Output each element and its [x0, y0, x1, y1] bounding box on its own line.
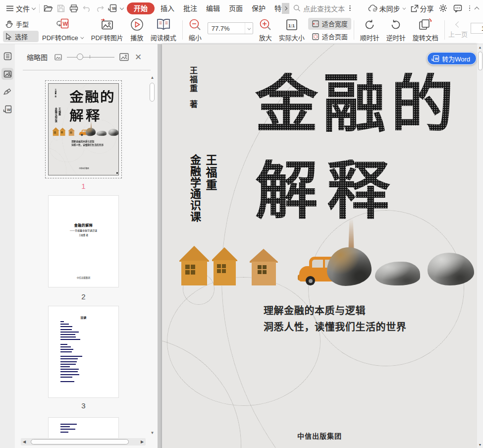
undo-icon[interactable]	[82, 3, 92, 14]
zoom-level-value: 77.7%	[208, 25, 245, 32]
dotted-circle-decoration	[308, 210, 464, 366]
search-more-icon[interactable]	[349, 5, 351, 11]
share-button[interactable]: 分享	[411, 3, 434, 13]
collapse-ribbon-icon[interactable]	[475, 6, 480, 11]
cover-publisher: 中信出版集团	[162, 431, 477, 441]
house-illustration	[53, 127, 59, 136]
fit-width-button[interactable]: 适合宽度	[308, 18, 351, 30]
house-illustration	[179, 246, 209, 285]
pdf-to-image-button[interactable]: PDF转图片	[88, 17, 127, 43]
pdf-to-office-button[interactable]: W PDF转Office	[39, 17, 88, 43]
cover-tagline-2: 洞悉人性，读懂我们生活的世界	[264, 319, 406, 334]
thumbnail-page-2[interactable]: 金融的解释 ——王福重金融学通识课 王福重 著 中信出版集团	[48, 195, 119, 287]
convert-word-icon: W	[431, 55, 439, 62]
content-vertical-scrollbar[interactable]: ▲ ▼	[477, 44, 483, 448]
panel-vertical-scrollbar[interactable]: ▲ ▼	[149, 75, 156, 436]
scroll-left-arrow: ◀	[21, 438, 28, 446]
rotate-counterclockwise-button[interactable]: 逆时针	[383, 17, 409, 43]
house-illustration	[250, 249, 278, 285]
tab-page[interactable]: 页面	[224, 2, 247, 14]
page-number-input[interactable]: 1	[471, 23, 483, 34]
svg-text:W: W	[7, 108, 11, 112]
settings-gear-icon[interactable]	[438, 3, 448, 14]
quickbar-dropdown-icon[interactable]	[119, 6, 124, 10]
annotate-pen-icon[interactable]	[1, 86, 13, 98]
cloud-sync-icon	[368, 4, 378, 12]
pdf-to-office-icon: W	[55, 18, 70, 31]
cover-corner-mark	[116, 172, 118, 174]
prev-page-chevron-icon	[454, 21, 461, 28]
hand-icon	[5, 20, 13, 28]
close-panel-icon[interactable]: ✕	[135, 52, 142, 62]
select-tool-button[interactable]: 选择	[3, 31, 39, 42]
export-word-side-icon[interactable]: W	[1, 104, 13, 115]
cover-publisher: 中信出版集团	[49, 168, 119, 169]
svg-text:W: W	[435, 56, 438, 60]
cover-tagline-1: 理解金融的本质与逻辑	[71, 140, 94, 143]
actual-size-button[interactable]: 1:1 实际大小	[275, 17, 308, 43]
share-icon	[411, 4, 419, 12]
pdf-to-image-icon	[100, 18, 114, 31]
rotate-document-button[interactable]: 旋转文档	[409, 17, 442, 43]
sync-status[interactable]: 未同步	[368, 3, 406, 13]
play-button[interactable]: 播放	[127, 17, 147, 43]
zoom-level-combobox[interactable]: 77.7%	[208, 22, 253, 34]
side-tool-strip: W	[0, 44, 15, 448]
zoom-dropdown-icon[interactable]	[245, 23, 253, 34]
play-icon	[130, 18, 144, 31]
dotted-circle-decoration	[81, 119, 116, 153]
thumb-smaller-icon[interactable]	[54, 54, 62, 60]
tab-insert[interactable]: 插入	[156, 2, 179, 14]
rotate-clockwise-button[interactable]: 顺时针	[357, 17, 383, 43]
export-word-icon[interactable]: W	[107, 3, 117, 14]
scroll-up-arrow: ▲	[149, 75, 156, 81]
thumb-larger-icon[interactable]	[119, 53, 129, 61]
save-icon[interactable]	[56, 3, 66, 14]
tab-edit[interactable]: 编辑	[202, 2, 224, 14]
cover-title-line1: 金融的	[255, 73, 459, 136]
cursor-icon	[5, 33, 12, 40]
thumb-size-slider[interactable]	[67, 54, 114, 60]
thumbnail-panel-icon[interactable]	[1, 68, 13, 80]
more-options-icon[interactable]	[469, 5, 471, 11]
tab-protect[interactable]: 保护	[247, 2, 270, 14]
scroll-down-arrow: ▼	[149, 430, 156, 436]
outline-panel-icon[interactable]	[1, 50, 13, 62]
tabs-overflow-chevron[interactable]	[282, 3, 289, 14]
tab-home[interactable]: 开始	[127, 2, 155, 14]
feedback-comment-icon[interactable]	[453, 3, 463, 14]
fit-page-button[interactable]: 适合页面	[308, 31, 351, 43]
print-icon[interactable]	[69, 3, 79, 14]
fit-page-icon	[312, 33, 320, 41]
file-menu[interactable]: 文件	[16, 3, 36, 13]
open-file-icon[interactable]	[43, 3, 53, 14]
menu-bar: 文件 W 开始 插入 批注	[0, 0, 483, 16]
hamburger-menu-icon[interactable]	[5, 3, 15, 14]
prev-page-button[interactable]: 上一页	[447, 17, 469, 43]
cover-title-line2: 解释	[255, 160, 399, 223]
cover-series-vertical: 王福重金融学通识课	[186, 154, 219, 223]
rock-illustration	[108, 129, 119, 136]
cover-tagline-2: 洞悉人性，读懂我们生活的世界	[71, 143, 104, 146]
svg-text:W: W	[63, 21, 68, 27]
convert-to-word-button[interactable]: W 转为Word	[427, 52, 477, 65]
find-text-placeholder: 点此查找文本	[303, 3, 345, 13]
panel-horizontal-scrollbar[interactable]: ◀ ▶	[21, 438, 146, 446]
zoom-in-button[interactable]: 放大	[256, 17, 275, 43]
rotate-cw-icon	[363, 18, 376, 31]
redo-icon[interactable]	[95, 3, 105, 14]
thumbnail-page-1[interactable]: 王福重著 王福重金融学通识课 金融的 解释 理解金融的本质与逻辑 洞悉人性，读懂…	[48, 83, 119, 175]
read-mode-button[interactable]: 阅读模式	[147, 17, 180, 43]
thumbnail-page-4[interactable]	[48, 417, 119, 438]
cover-author-vertical: 王福重著	[187, 66, 199, 109]
tab-special[interactable]: 特色	[270, 2, 282, 14]
tab-comment[interactable]: 批注	[179, 2, 202, 14]
thumbnail-page-3[interactable]: 目录	[48, 306, 119, 398]
content-scroll-up-arrow: ▲	[477, 46, 483, 49]
hand-tool-button[interactable]: 手型	[3, 18, 39, 30]
zoom-out-button[interactable]: 缩小	[185, 17, 205, 43]
cover-title-line2: 解释	[69, 109, 102, 122]
panel-hscrollbar-thumb	[31, 439, 129, 445]
pdf-page[interactable]: 王福重著 王福重金融学通识课 金融的 解释 理解金融的本质与逻辑 洞悉人性，读懂…	[162, 44, 477, 448]
find-text-box[interactable]: 点此查找文本	[293, 3, 351, 13]
